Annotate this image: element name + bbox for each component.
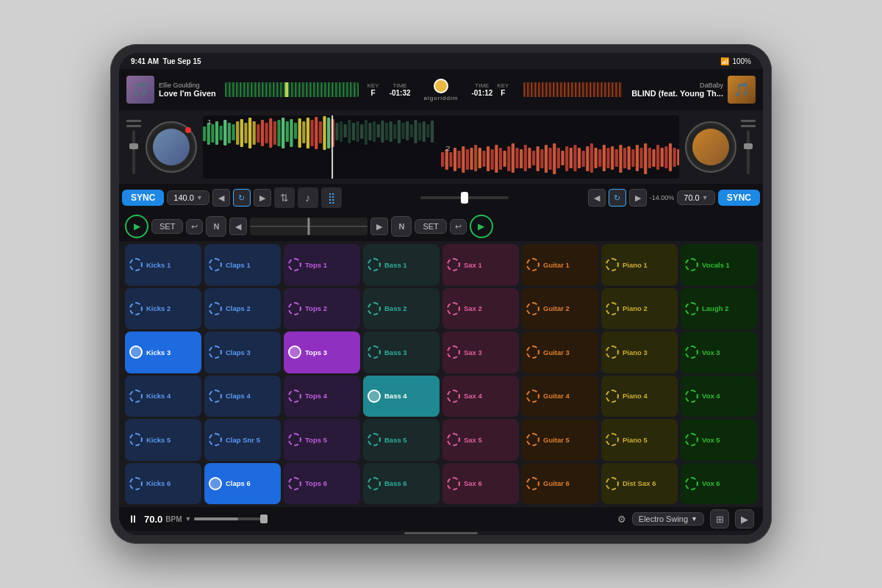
pad-0-1[interactable]: Kicks 2 xyxy=(125,288,201,330)
pad-3-3[interactable]: Bass 4 xyxy=(363,376,440,417)
left-loop-button[interactable]: ↻ xyxy=(233,189,251,207)
right-loop-button[interactable]: ↻ xyxy=(609,189,626,207)
pad-5-0[interactable]: Guitar 1 xyxy=(522,244,598,286)
left-forward-button[interactable]: ▶ xyxy=(254,189,271,207)
right-vinyl[interactable] xyxy=(685,121,736,173)
right-n-button[interactable]: N xyxy=(391,216,412,237)
pad-4-4[interactable]: Sax 5 xyxy=(442,419,519,461)
pad-3-1[interactable]: Bass 2 xyxy=(363,288,440,330)
pad-label-4-0: Sax 1 xyxy=(464,261,514,269)
pad-0-0[interactable]: Kicks 1 xyxy=(125,244,201,286)
center-right-arrow[interactable]: ▶ xyxy=(370,218,388,235)
left-track-info: 🎵 Ellie Goulding Love I'm Given KEY F TI… xyxy=(126,76,411,104)
pad-2-2[interactable]: Tops 3 xyxy=(284,331,360,373)
pad-3-5[interactable]: Bass 6 xyxy=(363,463,440,505)
pad-2-0[interactable]: Tops 1 xyxy=(284,244,360,286)
svg-rect-68 xyxy=(487,146,490,171)
pad-6-2[interactable]: Piano 3 xyxy=(601,331,678,373)
pad-4-1[interactable]: Sax 2 xyxy=(442,288,519,330)
pause-button[interactable]: ⏸ xyxy=(128,513,138,525)
svg-rect-71 xyxy=(499,148,502,170)
svg-rect-62 xyxy=(462,146,465,173)
pad-2-4[interactable]: Tops 5 xyxy=(284,419,360,461)
pad-3-0[interactable]: Bass 1 xyxy=(363,244,440,286)
svg-rect-112 xyxy=(669,143,672,171)
pad-4-3[interactable]: Sax 4 xyxy=(442,376,519,417)
pad-6-1[interactable]: Piano 2 xyxy=(601,288,678,330)
left-sync-button[interactable]: SYNC xyxy=(122,190,164,206)
svg-rect-104 xyxy=(636,145,639,171)
left-loop-arrow[interactable]: ↩ xyxy=(186,219,203,234)
pad-2-3[interactable]: Tops 4 xyxy=(284,376,360,417)
left-n-button[interactable]: N xyxy=(206,216,226,237)
left-play-button[interactable]: ▶ xyxy=(125,215,148,238)
pad-2-1[interactable]: Tops 2 xyxy=(284,288,360,330)
right-back-button[interactable]: ◀ xyxy=(588,189,606,207)
pad-7-4[interactable]: Vox 5 xyxy=(681,419,757,461)
pad-6-5[interactable]: Dist Sax 6 xyxy=(601,463,678,505)
left-bpm-display[interactable]: 140.0 ▼ xyxy=(167,190,209,205)
pad-4-2[interactable]: Sax 3 xyxy=(442,331,519,373)
pad-6-0[interactable]: Piano 1 xyxy=(601,244,678,286)
pad-0-4[interactable]: Kicks 5 xyxy=(125,419,201,461)
status-icons: 📶 100% xyxy=(720,57,751,65)
left-grid-button[interactable]: ⣿ xyxy=(321,187,342,208)
pad-1-3[interactable]: Claps 4 xyxy=(204,376,281,417)
left-set-button[interactable]: SET xyxy=(151,219,183,234)
pad-5-5[interactable]: Guitar 6 xyxy=(522,463,598,505)
pad-5-1[interactable]: Guitar 2 xyxy=(522,288,598,330)
crossfader-handle[interactable] xyxy=(461,192,468,204)
pad-0-2[interactable]: Kicks 3 xyxy=(125,331,201,373)
svg-rect-82 xyxy=(545,145,548,173)
pad-1-0[interactable]: Claps 1 xyxy=(204,244,281,286)
svg-text:1: 1 xyxy=(207,118,212,126)
pad-7-0[interactable]: Vocals 1 xyxy=(681,244,757,286)
genre-selector[interactable]: Electro Swing ▼ xyxy=(632,512,704,526)
pad-2-5[interactable]: Tops 6 xyxy=(284,463,360,505)
pad-3-4[interactable]: Bass 5 xyxy=(363,419,440,461)
next-button[interactable]: ▶ xyxy=(735,509,754,528)
left-pitch-slider[interactable] xyxy=(125,114,143,180)
pad-7-5[interactable]: Vox 6 xyxy=(681,463,757,505)
left-music-button[interactable]: ♪ xyxy=(298,187,318,208)
crossfader[interactable] xyxy=(420,196,509,199)
pad-4-0[interactable]: Sax 1 xyxy=(442,244,519,286)
pad-1-4[interactable]: Clap Snr 5 xyxy=(204,419,281,461)
left-back-button[interactable]: ◀ xyxy=(212,189,230,207)
right-play-button[interactable]: ▶ xyxy=(470,215,493,238)
settings-icon-button[interactable]: ⚙ xyxy=(617,514,626,525)
left-vinyl[interactable] xyxy=(146,121,197,173)
right-bpm-display[interactable]: 70.0 ▼ xyxy=(677,190,714,205)
pad-7-3[interactable]: Vox 4 xyxy=(681,376,757,417)
pad-5-3[interactable]: Guitar 4 xyxy=(522,376,598,417)
bpm-slider[interactable] xyxy=(194,517,268,520)
right-sync-button[interactable]: SYNC xyxy=(718,190,760,206)
pad-label-6-3: Piano 4 xyxy=(623,392,673,400)
pad-6-4[interactable]: Piano 5 xyxy=(601,419,678,461)
pad-7-2[interactable]: Vox 3 xyxy=(681,331,757,373)
pad-label-3-0: Bass 1 xyxy=(384,261,435,269)
pad-5-2[interactable]: Guitar 3 xyxy=(522,331,598,373)
pad-label-7-2: Vox 3 xyxy=(702,348,753,356)
pad-3-2[interactable]: Bass 3 xyxy=(363,331,440,373)
pad-5-4[interactable]: Guitar 5 xyxy=(522,419,598,461)
status-bar: 9:41 AM Tue Sep 15 📶 100% xyxy=(119,53,763,69)
grid-view-button[interactable]: ⊞ xyxy=(710,509,729,528)
svg-rect-95 xyxy=(598,149,601,167)
pad-1-1[interactable]: Claps 2 xyxy=(204,288,281,330)
left-eq-button[interactable]: ⇅ xyxy=(274,187,295,208)
pad-0-3[interactable]: Kicks 4 xyxy=(125,376,201,417)
pad-1-5[interactable]: Claps 6 xyxy=(204,463,281,505)
center-left-arrow[interactable]: ◀ xyxy=(229,218,247,235)
right-pitch-slider[interactable] xyxy=(739,114,757,180)
pad-7-1[interactable]: Laugh 2 xyxy=(681,288,757,330)
right-forward-button[interactable]: ▶ xyxy=(629,189,647,207)
pad-4-5[interactable]: Sax 6 xyxy=(442,463,519,505)
pad-0-5[interactable]: Kicks 6 xyxy=(125,463,201,505)
pad-1-2[interactable]: Claps 3 xyxy=(204,331,281,373)
svg-rect-60 xyxy=(453,148,456,171)
pad-6-3[interactable]: Piano 4 xyxy=(601,376,678,417)
right-loop-arrow[interactable]: ↩ xyxy=(450,219,467,234)
right-set-button[interactable]: SET xyxy=(415,219,446,234)
pad-label-4-2: Sax 3 xyxy=(464,348,514,356)
